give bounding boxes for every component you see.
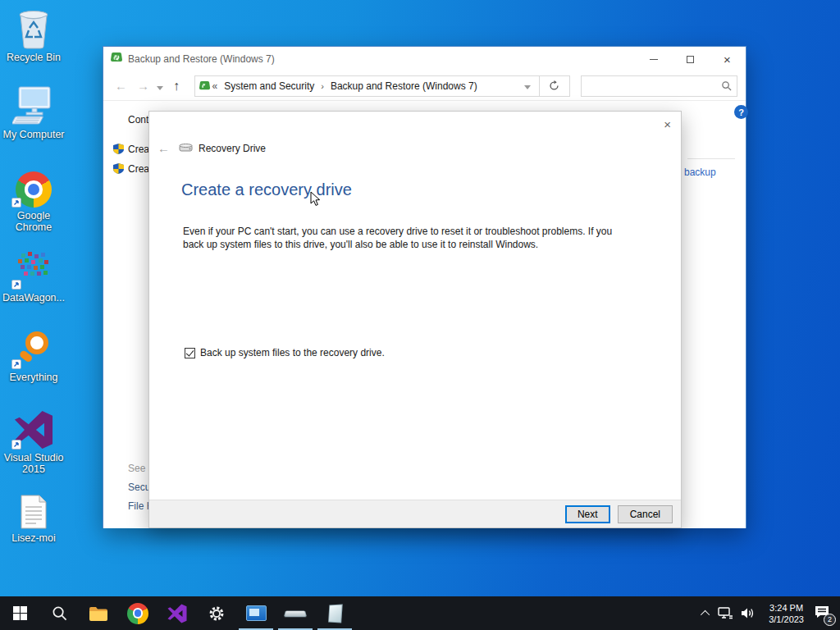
recycle-bin-icon	[2, 8, 66, 49]
breadcrumb-overflow[interactable]: «	[211, 80, 220, 92]
network-status-button[interactable]	[718, 607, 733, 619]
section-divider	[687, 158, 735, 159]
search-icon	[721, 80, 732, 91]
taskbar-file-explorer-button[interactable]	[79, 596, 118, 630]
nav-history-dropdown[interactable]	[154, 79, 166, 94]
next-button[interactable]: Next	[565, 505, 610, 523]
desktop-icon-lisez-moi[interactable]: Lisez-moi	[2, 489, 66, 544]
breadcrumb-item-system-security[interactable]: System and Security	[219, 80, 319, 92]
chrome-icon	[2, 167, 66, 208]
help-icon: ?	[738, 107, 744, 117]
nav-back-button[interactable]: ←	[110, 79, 132, 93]
visual-studio-icon	[2, 409, 66, 450]
shortcut-arrow-icon	[11, 198, 21, 208]
explorer-titlebar[interactable]: Backup and Restore (Windows 7) ×	[103, 47, 746, 71]
address-bar[interactable]: « System and Security › Backup and Resto…	[194, 75, 540, 97]
up-icon: ↑	[173, 79, 180, 93]
tray-clock[interactable]: 3:24 PM 3/1/2023	[769, 602, 804, 625]
checkbox-label: Back up system files to the recovery dri…	[200, 347, 385, 358]
help-button[interactable]: ?	[734, 105, 748, 119]
maximize-button[interactable]	[672, 47, 709, 71]
shortcut-arrow-icon	[11, 280, 21, 290]
window-title: Backup and Restore (Windows 7)	[128, 53, 635, 65]
wizard-description: Even if your PC can't start, you can use…	[183, 226, 634, 251]
breadcrumb-item-backup-restore[interactable]: Backup and Restore (Windows 7)	[326, 80, 482, 92]
dialog-header: ← Recovery Drive	[158, 141, 266, 155]
dialog-footer: Next Cancel	[149, 500, 681, 527]
search-input[interactable]	[587, 80, 721, 92]
cancel-button[interactable]: Cancel	[618, 505, 673, 523]
shortcut-arrow-icon	[11, 440, 21, 450]
control-panel-window-icon	[246, 605, 267, 621]
drive-icon	[284, 610, 307, 617]
desktop-icon-label: DataWagon...	[2, 292, 66, 304]
backup-system-files-option[interactable]: Back up system files to the recovery dri…	[185, 347, 385, 358]
dialog-back-button[interactable]: ←	[158, 141, 179, 155]
desktop-icon-label: Recycle Bin	[2, 52, 66, 63]
refresh-icon	[549, 80, 559, 91]
close-button[interactable]: ×	[709, 47, 746, 71]
mouse-cursor	[310, 191, 321, 210]
backup-restore-app-icon	[110, 51, 123, 67]
forward-icon: →	[137, 79, 149, 93]
explorer-toolbar: ← → ↑ « System and Security › Backup and…	[103, 71, 746, 101]
computer-icon	[2, 85, 66, 126]
taskbar-search-button[interactable]	[39, 596, 79, 630]
datawagon-icon	[2, 249, 66, 290]
uac-shield-icon	[113, 163, 124, 174]
back-icon: ←	[115, 79, 127, 93]
desktop-icon-visual-studio[interactable]: Visual Studio 2015	[2, 409, 66, 475]
taskbar-control-panel-button[interactable]	[236, 596, 276, 630]
notification-badge: 2	[824, 614, 836, 626]
refresh-button[interactable]	[540, 75, 570, 97]
uac-shield-icon	[113, 144, 124, 154]
recovery-app-icon	[328, 604, 343, 623]
desktop-icon-everything[interactable]: Everything	[2, 328, 66, 383]
set-up-backup-link[interactable]: backup	[684, 167, 716, 178]
speaker-icon	[741, 607, 756, 619]
desktop-icon-google-chrome[interactable]: Google Chrome	[2, 167, 66, 233]
desktop-icon-label: Lisez-moi	[2, 532, 66, 544]
taskbar-chrome-button[interactable]	[118, 596, 158, 630]
recovery-drive-icon	[179, 143, 193, 153]
taskbar: 3:24 PM 3/1/2023 2	[0, 596, 840, 630]
system-tray: 3:24 PM 3/1/2023 2	[703, 596, 840, 630]
taskbar-recovery-drive-button[interactable]	[276, 596, 315, 630]
desktop-icon-label: My Computer	[2, 129, 66, 140]
shortcut-arrow-icon	[11, 359, 21, 369]
desktop-icon-recycle-bin[interactable]: Recycle Bin	[2, 8, 66, 63]
nav-forward-button[interactable]: →	[132, 79, 154, 93]
close-icon: ×	[724, 53, 731, 66]
wizard-heading: Create a recovery drive	[181, 180, 352, 199]
back-icon: ←	[158, 141, 170, 155]
minimize-button[interactable]	[635, 47, 672, 71]
tray-overflow-button[interactable]	[703, 610, 710, 617]
start-button[interactable]	[0, 596, 39, 630]
desktop-icon-label: Google Chrome	[2, 210, 66, 233]
desktop-icon-datawagon[interactable]: DataWagon...	[2, 249, 66, 304]
dialog-close-button[interactable]: ×	[664, 117, 671, 131]
desktop-icon-my-computer[interactable]: My Computer	[2, 85, 66, 140]
breadcrumb-separator: ›	[319, 81, 326, 91]
taskbar-visual-studio-button[interactable]	[158, 596, 197, 630]
search-box[interactable]	[581, 75, 737, 97]
nav-up-button[interactable]: ↑	[166, 79, 188, 94]
volume-button[interactable]	[741, 607, 756, 619]
chrome-icon	[127, 603, 148, 624]
control-panel-home-link[interactable]: Cont	[128, 114, 148, 126]
taskbar-recovery-wizard-button[interactable]	[315, 596, 354, 630]
chevron-down-icon	[524, 85, 531, 89]
address-dropdown-button[interactable]	[519, 80, 536, 92]
everything-search-icon	[2, 328, 66, 369]
chevron-down-icon	[157, 86, 163, 90]
checkbox-checked-icon[interactable]	[185, 348, 195, 358]
taskbar-settings-button[interactable]	[197, 596, 236, 630]
gear-icon	[208, 605, 226, 623]
dialog-title: Recovery Drive	[199, 143, 266, 154]
security-maintenance-link[interactable]: Secu	[128, 482, 150, 493]
desktop-icon-label: Visual Studio 2015	[2, 452, 66, 475]
desktop-icon-label: Everything	[2, 372, 66, 383]
close-icon: ×	[664, 117, 671, 131]
action-center-button[interactable]: 2	[814, 605, 830, 623]
windows-logo-icon	[13, 606, 27, 620]
